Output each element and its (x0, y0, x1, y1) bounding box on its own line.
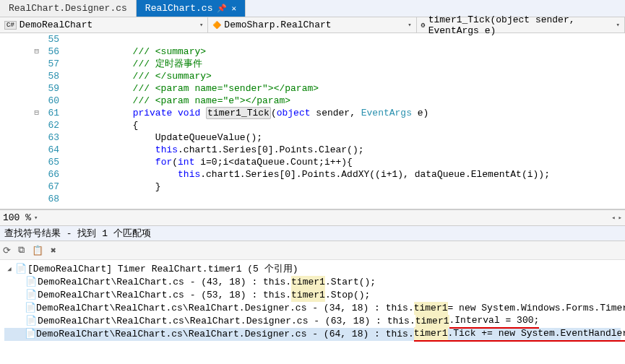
close-icon[interactable]: ✕ (231, 4, 236, 13)
file-icon: 📄 (25, 276, 38, 289)
tab-label: RealChart.Designer.cs (9, 3, 127, 14)
code-line: } (65, 181, 625, 193)
code-line: /// <param name="sender"></param> (65, 82, 625, 95)
refresh-icon[interactable]: ⟳ (3, 245, 11, 256)
code-line: UpdateQueueValue(); (65, 131, 625, 144)
scope-label: DemoRealChart (20, 20, 92, 30)
result-root-label: [DemoRealChart] Timer RealChart.timer1 (… (27, 263, 298, 276)
chevron-down-icon: ▾ (408, 21, 411, 29)
outline-column: ⊟ ⊟ (0, 33, 43, 209)
clear-icon[interactable]: ✖ (51, 245, 56, 256)
class-dropdown[interactable]: 🔶 DemoSharp.RealChart ▾ (208, 17, 416, 32)
chevron-down-icon: ▾ (616, 21, 620, 29)
code-editor[interactable]: ⊟ ⊟ 55 56 57 58 59 60 61 62 63 64 65 66 … (0, 33, 625, 209)
code-line: /// </summary> (65, 70, 625, 82)
panel-title-label: 查找符号结果 - 找到 1 个匹配项 (4, 227, 151, 240)
class-icon: 🔶 (212, 21, 221, 30)
collapse-icon[interactable]: ◢ (4, 263, 14, 276)
tab-designer[interactable]: RealChart.Designer.cs (0, 0, 137, 17)
find-results-tree: ◢ 📄 [DemoRealChart] Timer RealChart.time… (0, 260, 625, 344)
result-item[interactable]: 📄 DemoRealChart\RealChart.cs\RealChart.D… (4, 315, 621, 328)
class-label: DemoSharp.RealChart (224, 20, 331, 30)
tab-label: RealChart.cs (145, 3, 213, 14)
tab-active[interactable]: RealChart.cs 📌 ✕ (137, 0, 246, 17)
result-item-selected[interactable]: 📄 DemoRealChart\RealChart.cs\RealChart.D… (4, 328, 621, 341)
nav-right-icon[interactable]: ▸ (618, 214, 622, 222)
method-dropdown[interactable]: ⚙ timer1_Tick(object sender, EventArgs e… (417, 17, 625, 32)
scope-dropdown[interactable]: C# DemoRealChart ▾ (0, 17, 208, 32)
pin-icon[interactable]: 📌 (217, 4, 227, 13)
code-line: for(int i=0;i<dataQueue.Count;i++){ (65, 156, 625, 168)
result-root[interactable]: ◢ 📄 [DemoRealChart] Timer RealChart.time… (4, 263, 621, 276)
code-line: this.chart1.Series[0].Points.AddXY((i+1)… (65, 168, 625, 181)
csharp-icon: C# (4, 21, 17, 30)
find-results-title: 查找符号结果 - 找到 1 个匹配项 (0, 225, 625, 241)
code-line: /// <summary> (65, 46, 625, 58)
method-icon: ⚙ (421, 21, 426, 30)
line-numbers: 55 56 57 58 59 60 61 62 63 64 65 66 67 6… (43, 33, 62, 209)
nav-left-icon[interactable]: ◂ (611, 214, 615, 222)
file-icon: 📄 (25, 328, 36, 341)
method-label: timer1_Tick(object sender, EventArgs e) (428, 14, 613, 36)
chevron-down-icon[interactable]: ▾ (34, 214, 38, 222)
result-item[interactable]: 📄 DemoRealChart\RealChart.cs - (53, 18) … (4, 289, 621, 302)
code-line: private void timer1_Tick(object sender, … (65, 107, 625, 119)
code-line: /// 定时器事件 (65, 58, 625, 70)
code-body[interactable]: /// <summary> /// 定时器事件 /// </summary> /… (62, 33, 625, 209)
tree-icon[interactable]: ⧉ (18, 245, 25, 256)
code-line: { (65, 119, 625, 131)
symbol-icon: 📄 (14, 263, 27, 276)
result-item[interactable]: 📄 DemoRealChart\RealChart.cs - (43, 18) … (4, 276, 621, 289)
result-item[interactable]: 📄 DemoRealChart\RealChart.cs\RealChart.D… (4, 302, 621, 315)
file-icon: 📄 (25, 315, 38, 328)
nav-bar: C# DemoRealChart ▾ 🔶 DemoSharp.RealChart… (0, 17, 625, 33)
code-line: /// <param name="e"></param> (65, 95, 625, 107)
find-results-toolbar: ⟳ ⧉ 📋 ✖ (0, 241, 625, 260)
file-icon: 📄 (25, 289, 38, 302)
zoom-bar: 100 % ▾ ◂ ▸ (0, 209, 625, 225)
file-icon: 📄 (25, 302, 36, 315)
code-line: this.chart1.Series[0].Points.Clear(); (65, 144, 625, 156)
chevron-down-icon: ▾ (199, 21, 203, 29)
copy-icon[interactable]: 📋 (32, 245, 43, 256)
zoom-value[interactable]: 100 % (3, 212, 31, 223)
